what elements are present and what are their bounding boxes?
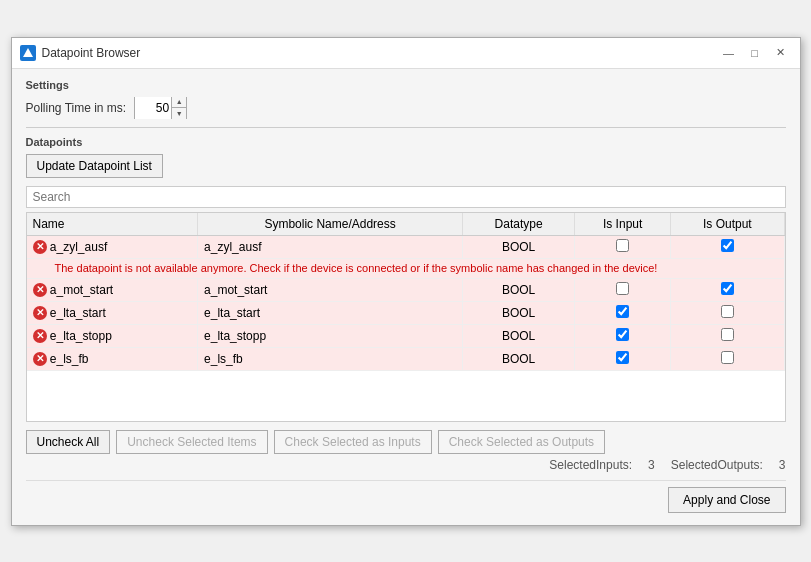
polling-label: Polling Time in ms: <box>26 101 127 115</box>
cell-isinput <box>575 324 671 347</box>
status-row: SelectedInputs: 3 SelectedOutputs: 3 <box>26 454 786 476</box>
isoutput-checkbox[interactable] <box>721 282 734 295</box>
isinput-checkbox[interactable] <box>616 305 629 318</box>
col-header-datatype: Datatype <box>463 213 575 236</box>
spinner-arrows: ▲ ▼ <box>171 97 186 119</box>
cell-name: ✕ e_ls_fb <box>27 347 198 370</box>
cell-name: ✕ e_lta_start <box>27 301 198 324</box>
row-name: e_lta_stopp <box>50 329 112 343</box>
col-header-isoutput: Is Output <box>671 213 784 236</box>
apply-close-button[interactable]: Apply and Close <box>668 487 785 513</box>
error-icon: ✕ <box>33 240 47 254</box>
cell-isoutput <box>671 278 784 301</box>
table-row: ✕ e_ls_fbe_ls_fbBOOL <box>27 347 785 370</box>
action-buttons-row: Uncheck All Uncheck Selected Items Check… <box>26 430 786 454</box>
settings-row: Polling Time in ms: ▲ ▼ <box>26 97 786 119</box>
close-button[interactable]: ✕ <box>770 44 792 62</box>
cell-isoutput <box>671 301 784 324</box>
table-row: ✕ a_mot_starta_mot_startBOOL <box>27 278 785 301</box>
cell-datatype: BOOL <box>463 301 575 324</box>
selected-outputs-label: SelectedOutputs: <box>671 458 763 472</box>
window-body: Settings Polling Time in ms: ▲ ▼ Datapoi… <box>12 69 800 525</box>
selected-outputs-value: 3 <box>779 458 786 472</box>
row-name: a_mot_start <box>50 283 113 297</box>
uncheck-all-button[interactable]: Uncheck All <box>26 430 111 454</box>
error-message-row: The datapoint is not available anymore. … <box>27 258 785 278</box>
row-name: e_ls_fb <box>50 352 89 366</box>
datapoints-table: Name Symbolic Name/Address Datatype Is I… <box>27 213 785 371</box>
cell-isinput <box>575 278 671 301</box>
row-name: a_zyl_ausf <box>50 240 107 254</box>
minimize-button[interactable]: — <box>718 44 740 62</box>
main-window: Datapoint Browser — □ ✕ Settings Polling… <box>11 37 801 526</box>
selected-inputs-label: SelectedInputs: <box>549 458 632 472</box>
cell-isinput <box>575 347 671 370</box>
settings-section-label: Settings <box>26 79 786 91</box>
cell-symbolic: e_lta_start <box>198 301 463 324</box>
selected-inputs-value: 3 <box>648 458 655 472</box>
cell-datatype: BOOL <box>463 324 575 347</box>
cell-name: ✕ e_lta_stopp <box>27 324 198 347</box>
isinput-checkbox[interactable] <box>616 282 629 295</box>
cell-isinput <box>575 235 671 258</box>
cell-isinput <box>575 301 671 324</box>
isinput-checkbox[interactable] <box>616 328 629 341</box>
cell-symbolic: a_zyl_ausf <box>198 235 463 258</box>
window-controls: — □ ✕ <box>718 44 792 62</box>
cell-datatype: BOOL <box>463 235 575 258</box>
col-header-isinput: Is Input <box>575 213 671 236</box>
spinner-up[interactable]: ▲ <box>172 97 186 108</box>
polling-input[interactable] <box>135 97 171 119</box>
footer-row: Apply and Close <box>26 480 786 515</box>
update-datapoint-button[interactable]: Update Datapoint List <box>26 154 163 178</box>
cell-name: ✕ a_mot_start <box>27 278 198 301</box>
table-row: ✕ e_lta_starte_lta_startBOOL <box>27 301 785 324</box>
cell-datatype: BOOL <box>463 347 575 370</box>
isoutput-checkbox[interactable] <box>721 328 734 341</box>
search-input[interactable] <box>26 186 786 208</box>
col-header-symbolic: Symbolic Name/Address <box>198 213 463 236</box>
isinput-checkbox[interactable] <box>616 351 629 364</box>
check-inputs-button[interactable]: Check Selected as Inputs <box>274 430 432 454</box>
cell-datatype: BOOL <box>463 278 575 301</box>
table-row: ✕ a_zyl_ausfa_zyl_ausfBOOL <box>27 235 785 258</box>
error-icon: ✕ <box>33 283 47 297</box>
polling-spinner: ▲ ▼ <box>134 97 187 119</box>
maximize-button[interactable]: □ <box>744 44 766 62</box>
error-icon: ✕ <box>33 329 47 343</box>
datapoints-section: Datapoints Update Datapoint List Name Sy… <box>26 136 786 476</box>
isoutput-checkbox[interactable] <box>721 239 734 252</box>
error-icon: ✕ <box>33 352 47 366</box>
window-title: Datapoint Browser <box>42 46 718 60</box>
svg-marker-0 <box>23 48 33 57</box>
isoutput-checkbox[interactable] <box>721 351 734 364</box>
isoutput-checkbox[interactable] <box>721 305 734 318</box>
table-row: ✕ e_lta_stoppe_lta_stoppBOOL <box>27 324 785 347</box>
error-icon: ✕ <box>33 306 47 320</box>
spinner-down[interactable]: ▼ <box>172 108 186 119</box>
app-icon <box>20 45 36 61</box>
cell-name: ✕ a_zyl_ausf <box>27 235 198 258</box>
datapoints-section-label: Datapoints <box>26 136 786 148</box>
title-bar: Datapoint Browser — □ ✕ <box>12 38 800 69</box>
isinput-checkbox[interactable] <box>616 239 629 252</box>
table-header-row: Name Symbolic Name/Address Datatype Is I… <box>27 213 785 236</box>
cell-isoutput <box>671 324 784 347</box>
datapoints-table-container[interactable]: Name Symbolic Name/Address Datatype Is I… <box>26 212 786 422</box>
col-header-name: Name <box>27 213 198 236</box>
cell-isoutput <box>671 347 784 370</box>
error-message-cell: The datapoint is not available anymore. … <box>27 258 785 278</box>
cell-symbolic: e_lta_stopp <box>198 324 463 347</box>
cell-symbolic: e_ls_fb <box>198 347 463 370</box>
cell-isoutput <box>671 235 784 258</box>
uncheck-selected-button[interactable]: Uncheck Selected Items <box>116 430 267 454</box>
cell-symbolic: a_mot_start <box>198 278 463 301</box>
row-name: e_lta_start <box>50 306 106 320</box>
settings-divider <box>26 127 786 128</box>
check-outputs-button[interactable]: Check Selected as Outputs <box>438 430 605 454</box>
